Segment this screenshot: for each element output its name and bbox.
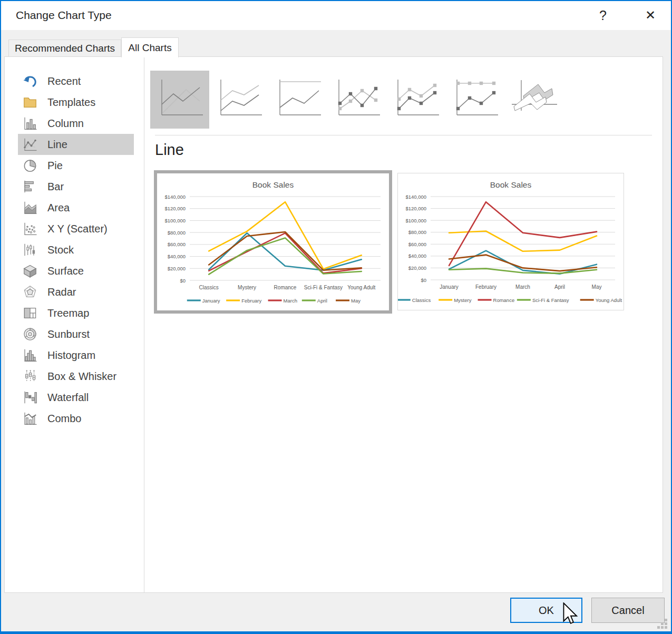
line-icon (22, 136, 38, 152)
svg-text:Classics: Classics (199, 285, 219, 290)
sidebar-item-surface[interactable]: Surface (18, 260, 134, 281)
scatter-icon (22, 221, 38, 237)
svg-text:Classics: Classics (412, 297, 431, 303)
help-icon[interactable]: ? (594, 6, 612, 24)
chart-preview-alternate[interactable]: Book Sales$0$20,000$40,000$60,000$80,000… (397, 173, 624, 310)
subtype-stacked-line-subtype[interactable] (209, 71, 268, 129)
svg-text:May: May (351, 298, 361, 304)
bar-icon (22, 179, 38, 194)
sidebar-item-label: Recent (47, 75, 81, 87)
subtype-100-stacked-line-subtype[interactable] (268, 71, 327, 129)
titlebar: Change Chart Type ? ✕ (1, 1, 671, 30)
sidebar-item-label: Histogram (47, 349, 95, 362)
svg-text:$60,000: $60,000 (168, 241, 186, 247)
divider (155, 135, 652, 135)
svg-text:Mystery: Mystery (238, 285, 256, 290)
sidebar-item-label: Column (47, 118, 84, 130)
svg-text:Book Sales: Book Sales (490, 180, 532, 189)
sidebar-item-label: Pie (47, 160, 63, 172)
resize-grip[interactable] (657, 619, 668, 630)
subtype-stacked-line-markers-subtype[interactable] (386, 71, 445, 129)
sidebar-item-sunburst[interactable]: Sunburst (18, 324, 134, 345)
cancel-button[interactable]: Cancel (591, 598, 665, 623)
svg-text:$120,000: $120,000 (405, 206, 426, 211)
svg-text:February: February (475, 284, 496, 290)
svg-text:March: March (284, 298, 297, 304)
svg-text:$20,000: $20,000 (168, 266, 186, 271)
svg-text:$100,000: $100,000 (405, 218, 426, 223)
3d-line-subtype-icon (509, 77, 559, 122)
subtype-line-subtype[interactable] (150, 71, 209, 129)
sidebar-item-x-y-scatter-[interactable]: X Y (Scatter) (18, 218, 134, 239)
sidebar-item-label: Stock (47, 244, 74, 256)
sidebar-item-histogram[interactable]: Histogram (18, 345, 134, 366)
close-icon[interactable]: ✕ (641, 6, 659, 24)
sidebar-item-label: Waterfall (47, 392, 89, 404)
stacked-line-subtype-icon (213, 77, 264, 122)
sunburst-icon (22, 326, 38, 342)
svg-text:$100,000: $100,000 (164, 218, 186, 223)
sidebar-item-radar[interactable]: Radar (18, 281, 134, 303)
treemap-icon (22, 305, 38, 321)
sidebar-item-stock[interactable]: Stock (18, 239, 134, 260)
line-content: Line Book Sales$0$20,000$40,000$60,000$8… (145, 57, 663, 592)
book-sales-chart-by-month: Book Sales$0$20,000$40,000$60,000$80,000… (398, 173, 624, 310)
tab-recommended-charts[interactable]: Recommended Charts (8, 40, 121, 57)
svg-text:Sci-Fi & Fantasy: Sci-Fi & Fantasy (532, 297, 569, 303)
templates-icon (22, 94, 38, 110)
svg-text:$0: $0 (421, 277, 426, 283)
column-icon (22, 115, 38, 131)
sidebar-item-column[interactable]: Column (18, 113, 134, 134)
sidebar-item-combo[interactable]: Combo (18, 408, 134, 429)
svg-text:Romance: Romance (274, 285, 297, 290)
tab-all-charts[interactable]: All Charts (121, 37, 179, 57)
surface-icon (22, 263, 38, 279)
sidebar-item-label: Radar (47, 286, 76, 298)
stacked-line-markers-subtype-icon (391, 77, 441, 122)
book-sales-chart-by-genre: Book Sales$0$20,000$40,000$60,000$80,000… (157, 173, 389, 310)
svg-text:$20,000: $20,000 (408, 265, 426, 271)
svg-text:Young Adult: Young Adult (596, 297, 622, 303)
svg-text:$140,000: $140,000 (164, 194, 186, 200)
chart-preview-selected[interactable]: Book Sales$0$20,000$40,000$60,000$80,000… (154, 170, 392, 314)
subtype-3d-line-subtype[interactable] (504, 71, 563, 129)
100-stacked-line-markers-subtype-icon (450, 77, 500, 122)
sidebar-item-label: Templates (47, 96, 95, 109)
sidebar-item-label: Surface (47, 265, 84, 277)
svg-text:April: April (317, 298, 327, 304)
histogram-icon (22, 347, 38, 363)
subtype-line-markers-subtype[interactable] (327, 71, 386, 129)
sidebar-item-waterfall[interactable]: Waterfall (18, 387, 134, 408)
sidebar-item-label: Box & Whisker (47, 370, 116, 383)
svg-text:Young Adult: Young Adult (347, 285, 375, 290)
sidebar-item-line[interactable]: Line (18, 134, 134, 155)
sidebar-item-label: Treemap (47, 307, 89, 319)
line-subtype-row (150, 71, 563, 129)
sidebar-item-pie[interactable]: Pie (18, 155, 134, 176)
subtype-100-stacked-line-markers-subtype[interactable] (445, 71, 504, 129)
svg-text:Sci-Fi & Fantasy: Sci-Fi & Fantasy (304, 285, 343, 290)
sidebar-item-box-whisker[interactable]: Box & Whisker (18, 366, 134, 387)
box-whisker-icon (22, 368, 38, 384)
svg-text:February: February (241, 298, 261, 304)
sidebar-item-templates[interactable]: Templates (18, 92, 134, 113)
line-markers-subtype-icon (332, 77, 382, 122)
svg-text:$120,000: $120,000 (164, 206, 186, 211)
svg-text:January: January (202, 298, 220, 304)
svg-text:$0: $0 (180, 278, 186, 284)
waterfall-icon (22, 389, 38, 405)
sidebar-item-recent[interactable]: Recent (18, 71, 134, 92)
svg-text:$60,000: $60,000 (408, 241, 426, 247)
sidebar-item-bar[interactable]: Bar (18, 176, 134, 197)
svg-text:April: April (554, 284, 565, 290)
change-chart-type-dialog: Change Chart Type ? ✕ Recommended Charts… (0, 0, 672, 634)
sidebar-item-treemap[interactable]: Treemap (18, 303, 134, 324)
svg-text:$140,000: $140,000 (405, 194, 426, 200)
sidebar-item-area[interactable]: Area (18, 197, 134, 218)
combo-icon (22, 411, 38, 426)
sidebar-item-label: X Y (Scatter) (47, 223, 108, 235)
svg-text:Mystery: Mystery (454, 297, 472, 303)
sidebar-item-label: Sunburst (47, 328, 90, 340)
svg-text:Romance: Romance (493, 297, 515, 303)
sidebar-item-label: Bar (47, 181, 64, 193)
